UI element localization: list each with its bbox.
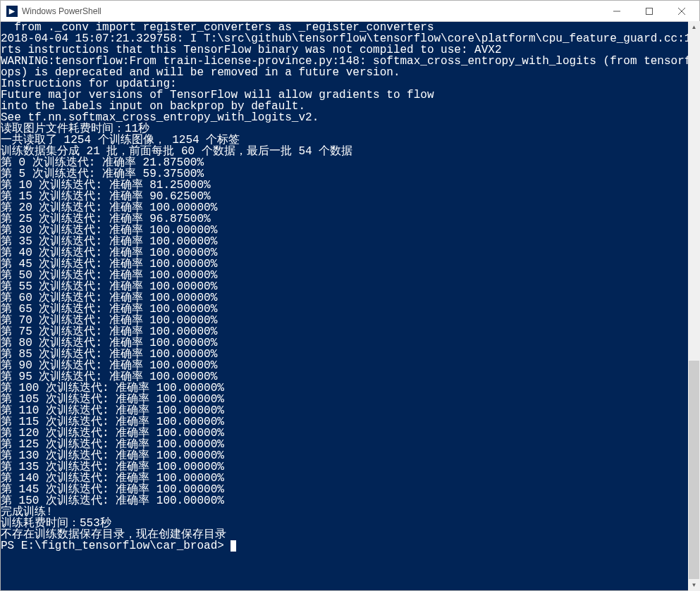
terminal-prompt: PS E:\figth_tensorflow\car_broad> xyxy=(1,540,231,552)
cursor xyxy=(231,540,236,552)
scroll-up-arrow[interactable]: ▲ xyxy=(688,21,700,33)
svg-rect-1 xyxy=(646,8,653,14)
terminal-line: 第 110 次训练迭代: 准确率 100.00000% xyxy=(1,405,699,416)
scroll-thumb[interactable] xyxy=(689,361,699,579)
terminal-line: 第 20 次训练迭代: 准确率 100.00000% xyxy=(1,202,699,213)
terminal-line: rts instructions that this TensorFlow bi… xyxy=(1,44,699,56)
terminal-line: 第 95 次训练迭代: 准确率 100.00000% xyxy=(1,371,699,382)
terminal-line: 第 85 次训练迭代: 准确率 100.00000% xyxy=(1,349,699,360)
maximize-button[interactable] xyxy=(633,1,665,21)
terminal-line: 第 5 次训练迭代: 准确率 59.37500% xyxy=(1,168,699,180)
terminal-line: 第 10 次训练迭代: 准确率 81.25000% xyxy=(1,180,699,191)
terminal-line: 第 150 次训练迭代: 准确率 100.00000% xyxy=(1,495,699,506)
terminal-line: 第 25 次训练迭代: 准确率 96.87500% xyxy=(1,213,699,225)
terminal-line: 第 35 次训练迭代: 准确率 100.00000% xyxy=(1,236,699,247)
terminal-line: from ._conv import register_converters a… xyxy=(1,22,699,33)
terminal-line: 第 30 次训练迭代: 准确率 100.00000% xyxy=(1,225,699,236)
terminal-line: 第 40 次训练迭代: 准确率 100.00000% xyxy=(1,247,699,259)
scroll-down-arrow[interactable]: ▼ xyxy=(688,579,700,591)
terminal-line: 一共读取了 1254 个训练图像， 1254 个标签 xyxy=(1,135,699,146)
window-controls xyxy=(601,1,698,21)
terminal-line: 第 120 次训练迭代: 准确率 100.00000% xyxy=(1,428,699,439)
terminal-content[interactable]: from ._conv import register_converters a… xyxy=(1,22,699,590)
terminal-line: 第 105 次训练迭代: 准确率 100.00000% xyxy=(1,394,699,405)
terminal-line: 第 45 次训练迭代: 准确率 100.00000% xyxy=(1,259,699,270)
vertical-scrollbar[interactable]: ▲ ▼ xyxy=(688,21,700,591)
window-title: Windows PowerShell xyxy=(22,6,601,16)
terminal-line: 2018-04-04 15:07:21.329758: I T:\src\git… xyxy=(1,33,699,44)
terminal-line: 第 90 次训练迭代: 准确率 100.00000% xyxy=(1,360,699,371)
title-bar[interactable]: ▶ Windows PowerShell xyxy=(1,1,699,22)
powershell-window: ▶ Windows PowerShell from ._conv import … xyxy=(0,0,700,591)
terminal-line: 第 145 次训练迭代: 准确率 100.00000% xyxy=(1,484,699,495)
terminal-line: 不存在训练数据保存目录，现在创建保存目录 xyxy=(1,529,699,540)
terminal-line: 第 15 次训练迭代: 准确率 90.62500% xyxy=(1,191,699,202)
terminal-line: 第 135 次训练迭代: 准确率 100.00000% xyxy=(1,461,699,473)
terminal-line: 第 65 次训练迭代: 准确率 100.00000% xyxy=(1,304,699,315)
terminal-line: 读取图片文件耗费时间：11秒 xyxy=(1,123,699,135)
terminal-line: 第 50 次训练迭代: 准确率 100.00000% xyxy=(1,270,699,281)
terminal-line: WARNING:tensorflow:From train-license-pr… xyxy=(1,56,699,67)
terminal-line: 第 70 次训练迭代: 准确率 100.00000% xyxy=(1,315,699,326)
terminal-line: 第 60 次训练迭代: 准确率 100.00000% xyxy=(1,292,699,304)
terminal-prompt-line[interactable]: PS E:\figth_tensorflow\car_broad> xyxy=(1,540,699,552)
terminal-line: 第 140 次训练迭代: 准确率 100.00000% xyxy=(1,473,699,484)
terminal-line: ops) is deprecated and will be removed i… xyxy=(1,67,699,78)
scroll-track[interactable] xyxy=(688,33,700,579)
terminal-line: 第 130 次训练迭代: 准确率 100.00000% xyxy=(1,450,699,461)
terminal-line: Instructions for updating: xyxy=(1,78,699,89)
terminal-line: 第 115 次训练迭代: 准确率 100.00000% xyxy=(1,416,699,428)
terminal-line: 第 80 次训练迭代: 准确率 100.00000% xyxy=(1,337,699,349)
close-button[interactable] xyxy=(665,1,698,21)
terminal-line: 第 125 次训练迭代: 准确率 100.00000% xyxy=(1,439,699,450)
terminal-line: into the labels input on backprop by def… xyxy=(1,101,699,112)
terminal-line: 训练耗费时间：553秒 xyxy=(1,518,699,529)
terminal-line: 第 75 次训练迭代: 准确率 100.00000% xyxy=(1,326,699,337)
terminal-line: 第 100 次训练迭代: 准确率 100.00000% xyxy=(1,382,699,394)
terminal-line: Future major versions of TensorFlow will… xyxy=(1,89,699,101)
terminal-line: 第 0 次训练迭代: 准确率 21.87500% xyxy=(1,157,699,168)
terminal-line: 完成训练! xyxy=(1,506,699,518)
terminal-line: 第 55 次训练迭代: 准确率 100.00000% xyxy=(1,281,699,292)
terminal-line: See tf.nn.softmax_cross_entropy_with_log… xyxy=(1,112,699,123)
powershell-icon: ▶ xyxy=(6,6,18,17)
minimize-button[interactable] xyxy=(601,1,633,21)
terminal-line: 训练数据集分成 21 批，前面每批 60 个数据，最后一批 54 个数据 xyxy=(1,146,699,157)
